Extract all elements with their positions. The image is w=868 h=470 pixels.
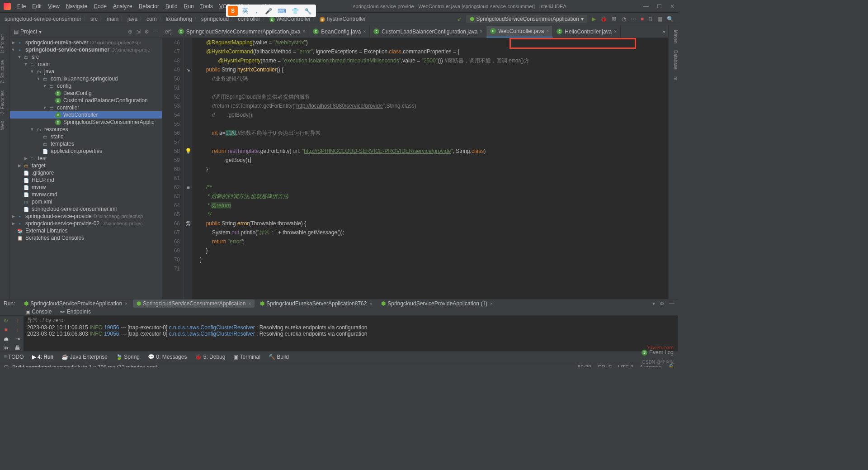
bottom-tool[interactable]: ☕ Java Enterprise [61,354,108,360]
tree-item[interactable]: ▶🗀target [10,162,162,169]
code-content[interactable]: @RequestMapping(value = "/web/hystrix") … [192,38,668,299]
menu-tools[interactable]: Tools [198,2,216,11]
tree-item[interactable]: ▼🗀main [10,61,162,68]
run-config-tab[interactable]: ⬢SpringcloudEurekaServerApplication8762× [256,299,376,308]
tree-item[interactable]: ▼🗀config [10,82,162,90]
tool-2-favorites[interactable]: 2: Favorites [0,90,9,114]
bottom-tool[interactable]: ▣ Terminal [233,354,260,360]
minimize-icon[interactable]: — [643,3,649,9]
console-output[interactable]: 异常 : / by zero2023-03-02 10:11:06.815 IN… [24,316,678,351]
bottom-tool[interactable]: 🐞 5: Debug [195,354,225,360]
breadcrumb-item[interactable]: java [127,16,137,22]
tool-web[interactable]: Web [0,121,9,130]
tab-left-overflow[interactable]: er) [162,28,175,35]
bottom-tool[interactable]: ▶ 4: Run [32,354,54,360]
debug-icon[interactable]: 🐞 [600,16,607,22]
gear-icon[interactable]: ⚙ [144,28,149,35]
bottom-tool[interactable]: 🍃 Spring [116,354,140,360]
close-tab-icon[interactable]: × [546,28,549,33]
tool-7-structure[interactable]: 7: Structure [0,60,9,84]
git-update-icon[interactable]: ⇅ [648,16,653,22]
endpoints-tab[interactable]: ⫘ Endpoints [60,309,91,315]
ime-tool-icon[interactable]: 🔧 [302,8,314,14]
editor-tab[interactable]: cWebController.java× [486,26,553,38]
project-tree[interactable]: ▶▪springcloud-eureka-serverD:\xincheng-p… [10,38,162,299]
breadcrumb-item[interactable]: springcloud [201,16,229,22]
line-separator[interactable]: CRLF [598,364,612,368]
gear-icon[interactable]: ⚙ [660,300,665,307]
editor-tab[interactable]: cHelloController.java× [553,26,621,38]
structure-icon[interactable]: ▦ [657,16,662,22]
tool-1-project[interactable]: 1: Project [0,34,9,53]
menu-edit[interactable]: Edit [29,2,44,11]
exit-icon[interactable]: ⏏ [4,336,9,342]
breadcrumb-item[interactable]: src [90,16,98,22]
caret-position[interactable]: 59:28 [578,364,591,368]
code-editor[interactable]: 4647484950515253545556575859606162636465… [162,38,668,299]
tree-item[interactable]: ▶▪springcloud-eureka-serverD:\xincheng-p… [10,39,162,46]
ime-punct-icon[interactable]: ， [251,7,262,15]
menu-code[interactable]: Code [91,2,109,11]
status-icon[interactable]: ▢ [4,364,9,368]
tree-item[interactable]: 📄mvnw.cmd [10,191,162,198]
tree-item[interactable]: 📋Scratches and Consoles [10,234,162,242]
close-tab-icon[interactable]: × [363,29,366,34]
back-icon[interactable]: ↙ [457,16,462,22]
tree-item[interactable]: ▶▪springcloud-service-provideD:\xincheng… [10,213,162,220]
hide-icon[interactable]: — [153,28,158,35]
menu-refactor[interactable]: Refactor [136,2,162,11]
tree-item[interactable]: ▼▪springcloud-service-consummerD:\xinche… [10,46,162,53]
tree-item[interactable]: mpom.xml [10,198,162,205]
coverage-icon[interactable]: ⛨ [612,16,617,22]
close-icon[interactable]: × [369,301,372,306]
editor-tab[interactable]: cCustomLoadBalancerConfiguration.java× [370,26,486,38]
stop-icon[interactable]: ■ [641,16,644,22]
stop-icon[interactable]: ■ [4,327,7,333]
tab-list-icon[interactable]: ▾ [660,28,668,35]
tree-item[interactable]: cSpringcloudServiceConsummerApplic [10,119,162,126]
run-config-tab[interactable]: ⬢SpringcloudServiceProvideApplication× [20,299,131,308]
tree-item[interactable]: 📚External Libraries [10,227,162,234]
menu-run[interactable]: Run [181,2,197,11]
tree-item[interactable]: 📄application.properties [10,147,162,155]
ime-keyboard-icon[interactable]: ⌨ [275,8,289,14]
editor-tab[interactable]: cSpringcloudServiceConsummerApplication.… [175,26,310,38]
tree-item[interactable]: ▶🗀test [10,155,162,162]
maximize-icon[interactable]: ☐ [657,3,662,9]
tree-item[interactable]: ▼🗀java [10,68,162,75]
tool-maven[interactable]: Maven [669,30,678,43]
locate-icon[interactable]: ⊕ [128,28,132,35]
expand-icon[interactable]: ⇲ [136,28,141,35]
tree-item[interactable]: 📄springcloud-service-consummer.iml [10,205,162,213]
tree-item[interactable]: ▼🗀controller [10,104,162,111]
more-icon[interactable]: ≫ [3,345,9,351]
rerun-icon[interactable]: ↻ [4,318,8,324]
editor-tab[interactable]: cBeanConfig.java× [309,26,370,38]
tree-item[interactable]: 📄HELP.md [10,176,162,184]
search-icon[interactable]: 🔍 [667,16,674,22]
breadcrumb-item[interactable]: springcloud-service-consummer [5,16,81,22]
tree-item[interactable]: 🗀templates [10,140,162,147]
run-config-selector[interactable]: ⬢ SpringcloudServiceConsummerApplication… [466,15,587,23]
menu-build[interactable]: Build [163,2,180,11]
project-panel-title[interactable]: ▤ Project ▾ [14,28,42,35]
tree-item[interactable]: cCustomLoadBalancerConfiguration [10,97,162,104]
close-icon[interactable]: × [490,301,493,306]
run-config-tab[interactable]: ⬢SpringcloudServiceProvideApplication (1… [377,299,496,308]
menu-view[interactable]: View [45,2,62,11]
tree-item[interactable]: cBeanConfig [10,90,162,97]
tree-item[interactable]: ▶▪springcloud-service-provide-02D:\xinch… [10,220,162,227]
close-icon[interactable]: × [248,301,251,306]
menu-analyze[interactable]: Analyze [110,2,135,11]
bottom-tool[interactable]: 💬 0: Messages [148,354,187,360]
ime-toolbar[interactable]: S 英 ， 🎤 ⌨ 👕 🔧 [226,5,316,17]
run-config-tab[interactable]: ⬢SpringcloudServiceConsummerApplication× [133,299,255,308]
close-tab-icon[interactable]: × [480,29,482,34]
down-icon[interactable]: ↓ [16,327,19,333]
tree-item[interactable]: 📄mvnw [10,184,162,191]
tool-database[interactable]: Database [669,50,678,70]
ime-lang[interactable]: 英 [240,7,251,15]
tree-item[interactable]: ▼🗀src [10,53,162,61]
bottom-tool[interactable]: ≡ TODO [4,354,24,360]
chevron-down-icon[interactable]: ▾ [652,300,655,307]
